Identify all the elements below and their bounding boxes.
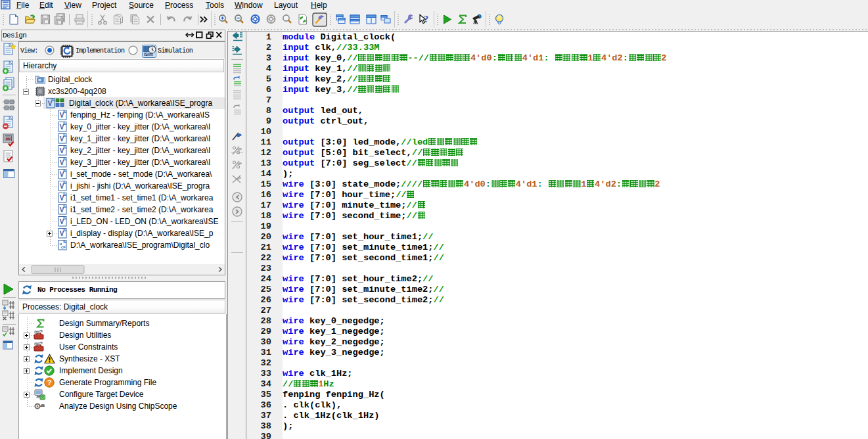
svg-text:ISim: ISim xyxy=(144,52,153,57)
svg-text:V: V xyxy=(60,124,64,131)
svg-text:V: V xyxy=(60,230,64,237)
svg-text:V: V xyxy=(60,112,64,119)
svg-text:cF: cF xyxy=(61,245,66,249)
svg-text:V: V xyxy=(60,147,64,154)
svg-text:V: V xyxy=(60,183,64,190)
svg-text:V: V xyxy=(60,195,64,202)
svg-text:V: V xyxy=(60,218,64,225)
svg-text:?: ? xyxy=(47,378,52,386)
svg-text:V: V xyxy=(60,171,64,178)
svg-text:V: V xyxy=(60,135,64,143)
svg-text:V: V xyxy=(60,206,64,214)
svg-text:V: V xyxy=(48,100,53,107)
svg-text:V: V xyxy=(60,159,64,166)
svg-text:?: ? xyxy=(424,14,428,24)
